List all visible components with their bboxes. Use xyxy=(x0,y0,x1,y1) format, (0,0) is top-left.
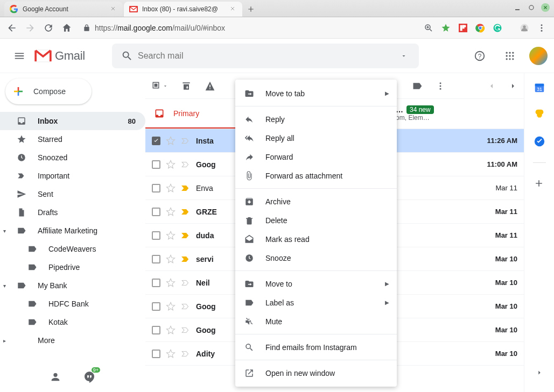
row-checkbox[interactable] xyxy=(152,160,160,169)
search-box[interactable] xyxy=(112,44,419,68)
browser-tab[interactable]: Google Account xyxy=(4,2,123,17)
importance-icon[interactable] xyxy=(181,254,191,264)
close-icon[interactable] xyxy=(229,5,237,13)
contacts-icon[interactable] xyxy=(50,371,61,383)
calendar-icon[interactable]: 31 xyxy=(534,82,545,94)
sidebar-item-inbox[interactable]: Inbox80 xyxy=(0,112,145,130)
sidebar-item-sent[interactable]: Sent xyxy=(0,185,145,203)
menu-item-mark-as-read[interactable]: Mark as read xyxy=(235,230,397,248)
star-icon[interactable] xyxy=(166,349,176,359)
star-icon[interactable] xyxy=(166,302,176,311)
hangouts-icon[interactable]: 9+ xyxy=(83,370,96,383)
window-minimize-icon[interactable] xyxy=(513,3,522,12)
tasks-icon[interactable] xyxy=(534,136,545,147)
nav-home-button[interactable] xyxy=(59,20,74,35)
importance-icon[interactable] xyxy=(181,136,191,146)
profile-avatar-icon[interactable] xyxy=(520,23,529,33)
grammarly-ext-icon[interactable] xyxy=(493,23,502,33)
row-checkbox[interactable] xyxy=(152,231,160,240)
more-button[interactable] xyxy=(436,81,445,91)
nav-back-button[interactable] xyxy=(4,20,19,35)
next-page-button[interactable] xyxy=(509,82,517,90)
sidebar-item-hdfc-bank[interactable]: HDFC Bank xyxy=(0,295,145,313)
search-dropdown-icon[interactable] xyxy=(393,53,415,59)
star-icon[interactable] xyxy=(166,183,176,193)
menu-item-archive[interactable]: Archive xyxy=(235,192,397,211)
new-tab-button[interactable] xyxy=(243,2,258,17)
browser-tab[interactable]: Inbox (80) - ravi.saive82@ xyxy=(124,2,242,17)
importance-icon[interactable] xyxy=(181,207,191,217)
menu-item-delete[interactable]: Delete xyxy=(235,211,397,230)
importance-icon[interactable] xyxy=(181,349,191,359)
star-icon[interactable] xyxy=(166,278,176,288)
menu-item-open-in-new-window[interactable]: Open in new window xyxy=(235,364,397,382)
window-close-icon[interactable] xyxy=(541,3,550,12)
user-avatar[interactable] xyxy=(529,47,548,65)
menu-item-mute[interactable]: Mute xyxy=(235,312,397,331)
help-button[interactable]: ? xyxy=(469,45,490,67)
archive-button[interactable] xyxy=(181,81,192,91)
nav-forward-button[interactable] xyxy=(23,20,38,35)
sidebar-item-codeweavers[interactable]: CodeWeavers xyxy=(0,240,145,258)
labels-button[interactable] xyxy=(412,81,423,91)
zoom-icon[interactable] xyxy=(424,23,433,33)
menu-item-find-emails-from-instagram[interactable]: Find emails from Instagram xyxy=(235,338,397,357)
chevron-right-icon[interactable]: ▸ xyxy=(3,338,12,344)
row-checkbox[interactable] xyxy=(152,137,160,145)
sidebar-item-important[interactable]: Important xyxy=(0,167,145,185)
hamburger-icon[interactable] xyxy=(6,43,32,69)
close-icon[interactable] xyxy=(110,5,117,13)
star-icon[interactable] xyxy=(166,136,176,146)
importance-icon[interactable] xyxy=(181,183,191,193)
url-input[interactable]: https://mail.google.com/mail/u/0/#inbox xyxy=(78,20,417,35)
chrome-ext-icon[interactable] xyxy=(475,23,485,33)
importance-icon[interactable] xyxy=(181,302,191,311)
row-checkbox[interactable] xyxy=(152,326,160,334)
star-icon[interactable] xyxy=(166,231,176,240)
chevron-down-icon[interactable]: ▾ xyxy=(3,283,12,289)
search-input[interactable] xyxy=(138,51,393,61)
menu-item-reply[interactable]: Reply xyxy=(235,110,397,129)
sidebar-item-more[interactable]: ▸More xyxy=(0,331,145,350)
select-all-checkbox[interactable] xyxy=(152,81,168,91)
star-icon[interactable] xyxy=(166,254,176,264)
row-checkbox[interactable] xyxy=(152,302,160,311)
keep-icon[interactable] xyxy=(534,109,545,120)
row-checkbox[interactable] xyxy=(152,208,160,216)
add-addon-icon[interactable] xyxy=(534,178,545,190)
menu-item-snooze[interactable]: Snooze xyxy=(235,248,397,267)
report-spam-button[interactable] xyxy=(205,81,215,91)
menu-item-forward-as-attachment[interactable]: Forward as attachment xyxy=(235,166,397,185)
compose-button[interactable]: Compose xyxy=(5,79,92,104)
row-checkbox[interactable] xyxy=(152,184,160,193)
prev-page-button[interactable] xyxy=(487,82,496,90)
row-checkbox[interactable] xyxy=(152,279,160,287)
menu-item-move-to[interactable]: Move to▶ xyxy=(235,274,397,293)
sidebar-item-drafts[interactable]: Drafts xyxy=(0,203,145,222)
sidebar-item-my-bank[interactable]: ▾My Bank xyxy=(0,276,145,295)
collapse-rail-icon[interactable] xyxy=(529,362,550,383)
menu-item-reply-all[interactable]: Reply all xyxy=(235,129,397,147)
menu-item-move-to-tab[interactable]: Move to tab▶ xyxy=(235,84,397,103)
search-icon[interactable] xyxy=(116,50,138,62)
apps-grid-icon[interactable] xyxy=(499,45,521,67)
importance-icon[interactable] xyxy=(181,325,191,335)
window-maximize-icon[interactable] xyxy=(527,3,536,12)
sidebar-item-kotak[interactable]: Kotak xyxy=(0,313,145,331)
nav-reload-button[interactable] xyxy=(41,20,56,35)
chevron-down-icon[interactable]: ▾ xyxy=(3,228,12,234)
row-checkbox[interactable] xyxy=(152,255,160,263)
sidebar-item-pipedrive[interactable]: Pipedrive xyxy=(0,258,145,276)
importance-icon[interactable] xyxy=(181,160,191,169)
gmail-logo[interactable]: Gmail xyxy=(34,49,85,63)
star-icon[interactable] xyxy=(166,207,176,217)
star-icon[interactable] xyxy=(166,160,176,169)
row-checkbox[interactable] xyxy=(152,350,160,358)
star-icon[interactable] xyxy=(166,325,176,335)
menu-item-label-as[interactable]: Label as▶ xyxy=(235,293,397,312)
importance-icon[interactable] xyxy=(181,278,191,288)
menu-item-forward[interactable]: Forward xyxy=(235,147,397,166)
browser-menu-icon[interactable] xyxy=(537,23,546,33)
flipboard-ext-icon[interactable] xyxy=(458,23,468,33)
sidebar-item-starred[interactable]: Starred xyxy=(0,130,145,148)
